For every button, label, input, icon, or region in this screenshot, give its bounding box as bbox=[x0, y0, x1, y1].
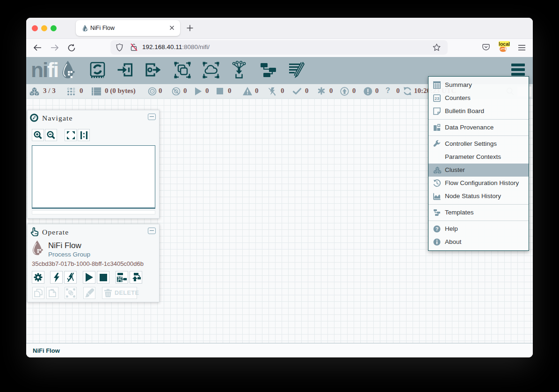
svg-text:?: ? bbox=[436, 226, 439, 232]
svg-text:23: 23 bbox=[435, 96, 439, 101]
